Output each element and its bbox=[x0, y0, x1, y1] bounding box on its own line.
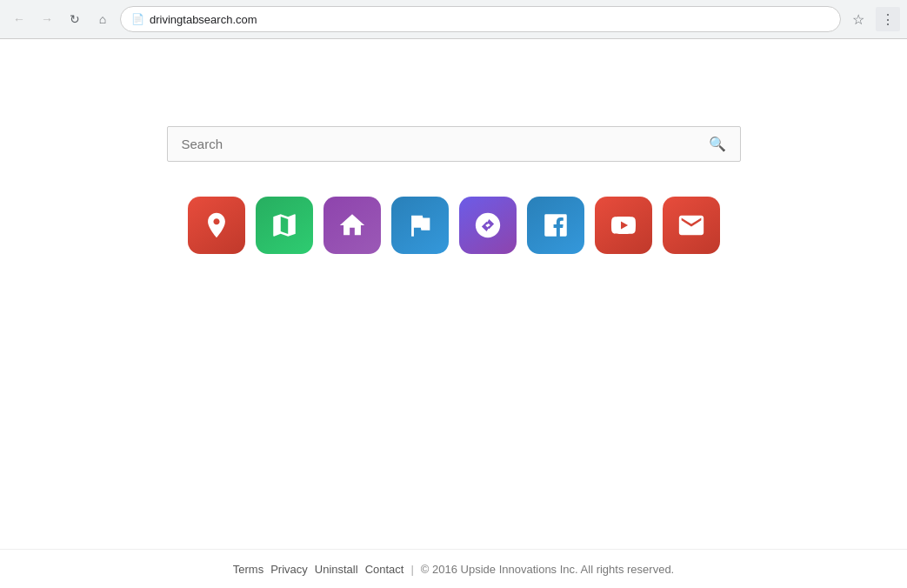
page-content: 🔍 bbox=[0, 39, 907, 588]
back-button[interactable]: ← bbox=[7, 7, 31, 31]
app-icon-flag[interactable] bbox=[391, 197, 449, 254]
app-icon-youtube[interactable] bbox=[595, 197, 652, 254]
app-icon-mail[interactable] bbox=[663, 197, 720, 254]
address-bar[interactable]: 📄 drivingtabsearch.com bbox=[120, 6, 841, 32]
compass-icon bbox=[473, 210, 503, 240]
contact-link[interactable]: Contact bbox=[365, 563, 404, 576]
footer: Terms Privacy Uninstall Contact | © 2016… bbox=[0, 549, 907, 588]
app-icon-maps-grid[interactable] bbox=[256, 197, 313, 254]
app-icons-row bbox=[188, 197, 720, 254]
terms-link[interactable]: Terms bbox=[233, 563, 263, 576]
flag-icon bbox=[405, 210, 435, 240]
browser-chrome: ← → ↻ ⌂ 📄 drivingtabsearch.com ☆ ⋮ bbox=[0, 0, 907, 39]
forward-button[interactable]: → bbox=[35, 7, 59, 31]
browser-toolbar: ← → ↻ ⌂ 📄 drivingtabsearch.com ☆ ⋮ bbox=[0, 0, 907, 38]
bookmark-button[interactable]: ☆ bbox=[846, 7, 870, 31]
overflow-button[interactable]: ⋮ bbox=[876, 7, 900, 31]
search-container: 🔍 bbox=[167, 126, 741, 162]
app-icon-facebook[interactable] bbox=[527, 197, 584, 254]
home-button[interactable]: ⌂ bbox=[90, 7, 115, 31]
app-icon-compass[interactable] bbox=[459, 197, 517, 254]
search-input[interactable] bbox=[182, 137, 700, 151]
app-icon-home[interactable] bbox=[323, 197, 381, 254]
footer-divider: | bbox=[410, 563, 413, 576]
address-url: drivingtabsearch.com bbox=[150, 13, 830, 26]
page-icon: 📄 bbox=[131, 13, 144, 25]
nav-buttons: ← → ↻ ⌂ bbox=[7, 7, 115, 31]
footer-copyright: © 2016 Upside Innovations Inc. All right… bbox=[421, 563, 674, 576]
home-icon bbox=[337, 210, 367, 240]
maps-grid-icon bbox=[270, 210, 299, 240]
search-icon: 🔍 bbox=[709, 136, 726, 152]
mail-icon bbox=[677, 210, 706, 240]
uninstall-link[interactable]: Uninstall bbox=[315, 563, 358, 576]
app-icon-maps-pin[interactable] bbox=[188, 197, 245, 254]
privacy-link[interactable]: Privacy bbox=[270, 563, 308, 576]
maps-pin-icon bbox=[202, 210, 231, 240]
refresh-button[interactable]: ↻ bbox=[63, 7, 87, 31]
youtube-icon bbox=[609, 210, 638, 240]
search-box[interactable]: 🔍 bbox=[167, 126, 741, 162]
facebook-icon bbox=[541, 210, 570, 240]
